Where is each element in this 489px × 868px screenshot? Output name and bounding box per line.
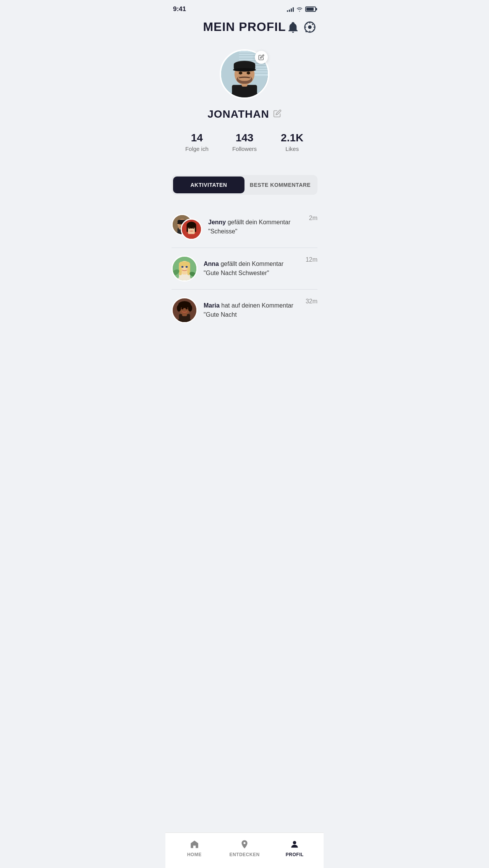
- svg-rect-2: [309, 22, 311, 23]
- activity-text-maria: Maria hat auf deinen Kommentar "Gute Nac…: [204, 301, 300, 319]
- stats-row: 14 Folge ich 143 Followers 2.1K Likes: [173, 132, 316, 152]
- svg-rect-74: [193, 844, 195, 845]
- svg-point-60: [181, 266, 183, 268]
- page-title: MEIN PROFIL: [203, 20, 286, 34]
- followers-label: Followers: [232, 146, 257, 152]
- status-icons: [287, 6, 316, 12]
- svg-point-27: [233, 68, 256, 71]
- svg-point-72: [181, 308, 183, 309]
- stat-followers: 143 Followers: [221, 132, 269, 152]
- svg-point-50: [193, 227, 194, 228]
- status-time: 9:41: [173, 5, 186, 13]
- svg-point-1: [308, 25, 311, 29]
- svg-point-73: [186, 308, 188, 309]
- tab-bar: AKTIVITATEN BESTE KOMMENTARE: [172, 175, 317, 195]
- svg-rect-22: [232, 85, 257, 97]
- user-avatar-anna: [172, 256, 198, 282]
- wifi-icon: [296, 6, 303, 12]
- edit-avatar-button[interactable]: [255, 51, 268, 64]
- activity-item: Anna gefällt dein Kommentar "Gute Nacht …: [172, 248, 317, 290]
- tab-beste-kommentare[interactable]: BESTE KOMMENTARE: [244, 177, 316, 193]
- nav-label-profil: PROFIL: [286, 852, 304, 857]
- profile-name: JONATHAN: [207, 108, 269, 120]
- svg-point-46: [187, 222, 196, 228]
- likes-label: Likes: [285, 146, 299, 152]
- battery-icon: [305, 6, 316, 12]
- profile-section: JONATHAN 14 Folge ich 143 Followers 2.1K…: [165, 42, 324, 175]
- user-avatar-maria: [172, 297, 198, 323]
- svg-point-30: [239, 71, 242, 74]
- svg-point-75: [293, 841, 296, 844]
- bell-icon[interactable]: [287, 21, 299, 33]
- nav-label-entdecken: ENTDECKEN: [229, 852, 259, 857]
- svg-rect-3: [309, 31, 311, 32]
- activity-text-anna: Anna gefällt dein Kommentar "Gute Nacht …: [204, 259, 300, 278]
- svg-rect-47: [187, 225, 188, 232]
- following-label: Folge ich: [185, 146, 209, 152]
- svg-point-39: [179, 223, 181, 224]
- activity-list: Jenny gefällt dein Kommentar "Scheisse" …: [165, 206, 324, 331]
- user-avatar-jenny: [181, 219, 202, 240]
- svg-rect-48: [195, 225, 196, 232]
- nav-label-home: HOME: [187, 852, 202, 857]
- svg-point-31: [247, 71, 250, 74]
- signal-icon: [287, 6, 294, 12]
- activity-text-jenny: Jenny gefällt dein Kommentar "Scheisse": [208, 218, 303, 236]
- nav-item-profil[interactable]: PROFIL: [270, 839, 320, 857]
- bottom-nav: HOME ENTDECKEN PROFIL: [165, 832, 324, 868]
- svg-rect-4: [305, 26, 306, 28]
- activity-item: Maria hat auf deinen Kommentar "Gute Nac…: [172, 290, 317, 331]
- status-bar: 9:41: [165, 0, 324, 16]
- profile-name-row: JONATHAN: [207, 108, 281, 120]
- activity-item: Jenny gefällt dein Kommentar "Scheisse" …: [172, 206, 317, 248]
- followers-count: 143: [236, 132, 254, 144]
- svg-point-61: [186, 266, 188, 268]
- discover-icon: [239, 839, 250, 850]
- stat-likes: 2.1K Likes: [268, 132, 316, 152]
- tab-aktivitaten[interactable]: AKTIVITATEN: [173, 177, 244, 193]
- activity-time-anna: 12m: [306, 256, 317, 263]
- svg-point-70: [177, 304, 181, 311]
- activity-time-jenny: 2m: [309, 214, 317, 222]
- svg-rect-59: [179, 262, 190, 267]
- activity-avatars: [172, 214, 202, 240]
- page-header: MEIN PROFIL: [165, 16, 324, 42]
- svg-point-51: [190, 230, 193, 232]
- likes-count: 2.1K: [281, 132, 303, 144]
- nav-item-home[interactable]: HOME: [169, 839, 219, 857]
- settings-icon[interactable]: [304, 21, 316, 33]
- svg-point-49: [188, 227, 190, 228]
- edit-name-icon[interactable]: [273, 109, 282, 120]
- home-icon: [189, 839, 200, 850]
- activity-time-maria: 32m: [306, 297, 317, 305]
- svg-point-71: [188, 304, 192, 311]
- following-count: 14: [191, 132, 203, 144]
- nav-item-entdecken[interactable]: ENTDECKEN: [219, 839, 269, 857]
- header-actions: [287, 21, 316, 33]
- avatar-container: [220, 49, 269, 99]
- profil-icon: [289, 839, 300, 850]
- stat-following: 14 Folge ich: [173, 132, 221, 152]
- svg-rect-5: [313, 26, 315, 28]
